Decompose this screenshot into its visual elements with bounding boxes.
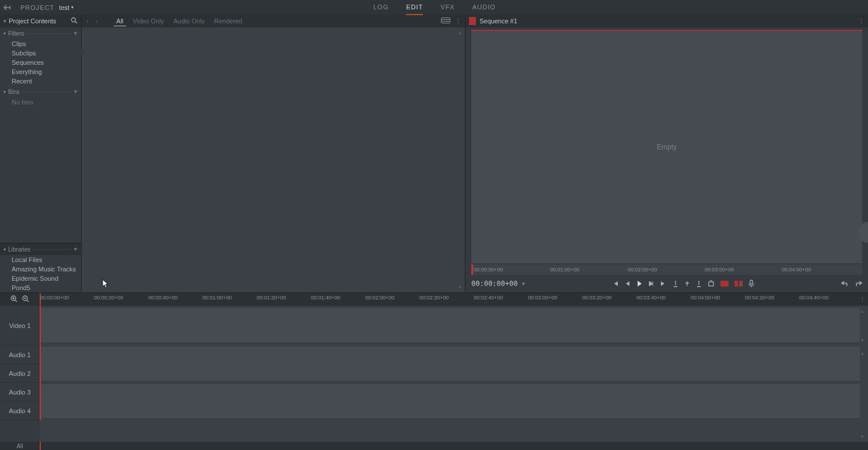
mark-out-icon[interactable] [696, 280, 702, 287]
mark-in-icon[interactable] [673, 280, 678, 287]
project-contents-title: Project Contents [9, 18, 71, 25]
library-amt[interactable]: Amazing Music Tracks [0, 264, 81, 274]
ruler-tick: 00:01:00+00 [550, 267, 579, 273]
add-marker-icon[interactable] [684, 280, 690, 287]
zoom-in-icon[interactable] [10, 295, 18, 304]
ruler-tick: 00:04:00+00 [691, 295, 720, 301]
library-local[interactable]: Local Files [0, 255, 81, 264]
svg-point-0 [72, 18, 76, 22]
ruler-tick: 00:03:20+00 [582, 295, 611, 301]
track-label-audio1[interactable]: Audio 1 [0, 346, 40, 364]
tab-log[interactable]: LOG [373, 0, 388, 15]
track-label-audio3[interactable]: Audio 3 [0, 383, 40, 402]
libraries-section[interactable]: ▾ Libraries + [0, 243, 81, 255]
filter-rendered[interactable]: Rendered [212, 16, 244, 26]
project-contents-header[interactable]: ▾ Project Contents [0, 15, 81, 27]
timeline-minimap[interactable]: All [0, 442, 868, 450]
viewer-controls: 00:00:00+00 ▾ [466, 275, 868, 292]
track-audio12[interactable] [40, 347, 860, 382]
timeline-menu-icon[interactable]: ⋮ [856, 296, 868, 304]
timeline-body[interactable]: ▴ ▾ ▴ ▾ [40, 306, 868, 442]
project-name: test [59, 4, 69, 11]
undo-icon[interactable] [841, 280, 849, 287]
timecode-menu-icon[interactable]: ▾ [522, 281, 525, 287]
add-library-button[interactable]: + [74, 245, 78, 253]
scroll-down-icon[interactable]: ▾ [459, 284, 461, 290]
chevron-down-icon: ▾ [4, 247, 6, 252]
ruler-tick: 00:04:20+00 [745, 295, 774, 301]
search-icon[interactable] [71, 17, 78, 25]
track-audio34[interactable] [40, 384, 860, 419]
ruler-tick: 00:00:40+00 [148, 295, 177, 301]
scroll-up-icon[interactable]: ▴ [861, 350, 864, 356]
filter-clips[interactable]: Clips [0, 39, 81, 48]
ruler-tick: 00:00:20+00 [94, 295, 123, 301]
timeline-scrollbar[interactable]: ▴ ▾ ▴ ▾ [860, 306, 868, 442]
nav-forward-icon[interactable]: › [94, 18, 99, 25]
skip-end-icon[interactable] [660, 280, 667, 287]
viewer-ruler[interactable]: 00:00:00+0000:01:00+0000:02:00+0000:03:0… [471, 264, 862, 275]
filter-sequences[interactable]: Sequences [0, 58, 81, 67]
nav-back-icon[interactable]: ‹ [85, 18, 90, 25]
play-icon[interactable] [636, 280, 642, 287]
clear-marks-icon[interactable] [708, 280, 715, 287]
ruler-tick: 00:01:20+00 [257, 295, 286, 301]
back-button[interactable] [0, 5, 15, 11]
viewer-menu-icon[interactable]: ⋮ [858, 18, 864, 25]
viewer-playhead[interactable] [471, 264, 473, 275]
tab-edit[interactable]: EDIT [406, 0, 423, 15]
skip-start-icon[interactable] [612, 280, 619, 287]
scroll-down-icon[interactable]: ▾ [861, 434, 864, 439]
add-filter-button[interactable]: + [74, 29, 78, 37]
filters-label: Filters [8, 30, 24, 37]
timeline-zoom [0, 295, 40, 304]
chevron-down-icon: ▾ [71, 5, 74, 10]
step-forward-icon[interactable] [648, 280, 654, 287]
svg-rect-1 [442, 18, 450, 23]
filter-everything[interactable]: Everything [0, 67, 81, 76]
timeline-ruler[interactable]: 00:00:00+0000:00:20+0000:00:40+0000:01:0… [40, 293, 856, 306]
add-bin-button[interactable]: + [74, 88, 78, 96]
tab-audio[interactable]: AUDIO [473, 0, 496, 15]
minimap-label: All [0, 443, 40, 449]
library-epidemic[interactable]: Epidemic Sound [0, 274, 81, 283]
timecode-display[interactable]: 00:00:00+00 [471, 280, 517, 288]
project-selector[interactable]: test ▾ [59, 4, 74, 11]
bins-section[interactable]: ▾ Bins + [0, 86, 81, 97]
minimap-playhead[interactable] [40, 442, 41, 450]
ruler-tick: 00:03:00+00 [705, 267, 734, 273]
ruler-tick: 00:02:20+00 [419, 295, 449, 301]
mark-gap-icon[interactable] [734, 281, 743, 287]
filter-all[interactable]: All [114, 16, 125, 26]
browser-menu-icon[interactable]: ⋮ [455, 18, 461, 25]
viewer-header: Sequence #1 ⋮ [466, 15, 868, 27]
redo-icon[interactable] [854, 280, 862, 287]
track-video1[interactable] [40, 308, 860, 343]
step-back-icon[interactable] [625, 280, 631, 287]
browser-body[interactable]: ▴ ▾ [82, 27, 465, 292]
ruler-tick: 00:02:40+00 [474, 295, 503, 301]
scroll-up-icon[interactable]: ▴ [459, 30, 461, 36]
sequence-viewer: Sequence #1 ⋮ Empty 00:00:00+0000:01:00+… [466, 15, 868, 292]
browser-toolbar: ‹ › All Video Only Audio Only Rendered ⋮ [82, 15, 465, 27]
microphone-icon[interactable] [748, 280, 754, 288]
scroll-down-icon[interactable]: ▾ [861, 337, 864, 343]
ruler-tick: 00:04:40+00 [799, 295, 828, 301]
filters-section[interactable]: ▾ Filters + [0, 27, 81, 39]
track-label-audio4[interactable]: Audio 4 [0, 402, 40, 420]
scroll-up-icon[interactable]: ▴ [861, 308, 864, 314]
viewer-canvas[interactable]: Empty [471, 30, 862, 263]
filter-subclips[interactable]: Subclips [0, 48, 81, 58]
tab-vfx[interactable]: VFX [440, 0, 454, 15]
zoom-out-icon[interactable] [22, 295, 30, 304]
filter-video-only[interactable]: Video Only [131, 16, 167, 26]
mark-clip-icon[interactable] [720, 281, 729, 287]
filter-audio-only[interactable]: Audio Only [171, 16, 207, 26]
filter-recent[interactable]: Recent [0, 76, 81, 86]
library-pond5[interactable]: Pond5 [0, 283, 81, 292]
list-view-icon[interactable] [441, 18, 450, 25]
track-label-audio2[interactable]: Audio 2 [0, 364, 40, 383]
track-label-video1[interactable]: Video 1 [0, 306, 40, 346]
timeline-panel: 00:00:00+0000:00:20+0000:00:40+0000:01:0… [0, 292, 868, 450]
timeline-playhead-line[interactable] [40, 306, 41, 420]
